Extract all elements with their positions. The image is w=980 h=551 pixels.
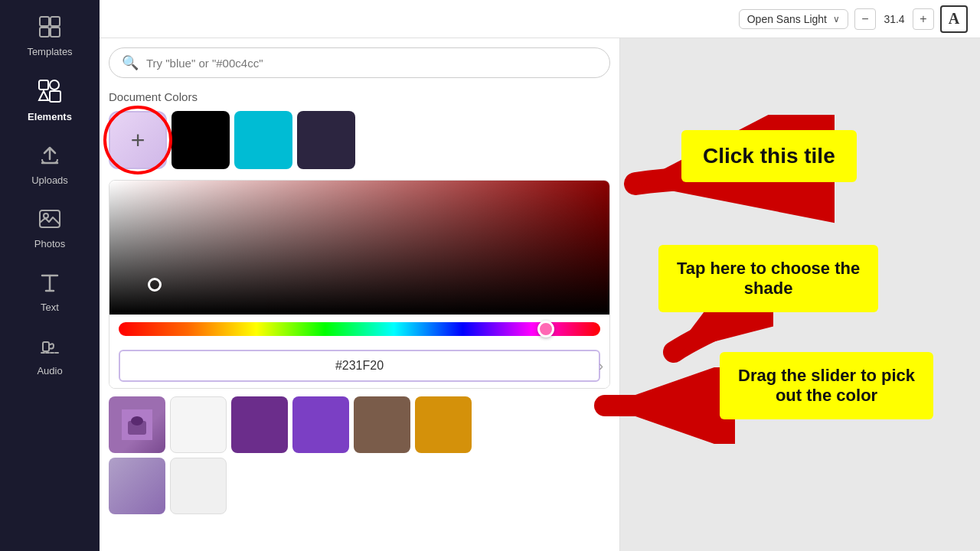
main-area: Open Sans Light ∨ − 31.4 + A 🔍 Document … (100, 0, 980, 551)
color-tile-black[interactable] (172, 111, 230, 169)
elements-icon (38, 79, 62, 106)
svg-rect-3 (51, 28, 60, 37)
sidebar-item-elements[interactable]: Elements (4, 70, 96, 132)
svg-rect-0 (40, 17, 49, 26)
svg-rect-8 (40, 210, 60, 227)
color-picker-container: › (109, 180, 610, 389)
callout-drag-slider: Drag the slider to pickout the color (720, 352, 933, 419)
font-selector[interactable]: Open Sans Light ∨ (739, 9, 848, 29)
swatch-brown[interactable] (354, 396, 410, 453)
font-dropdown-icon[interactable]: ∨ (833, 14, 840, 24)
templates-icon (38, 15, 61, 41)
svg-point-13 (131, 416, 143, 425)
top-toolbar: Open Sans Light ∨ − 31.4 + A (100, 0, 980, 38)
hex-input-row: › (109, 344, 609, 388)
hue-slider[interactable] (119, 322, 600, 336)
photos-icon (38, 207, 61, 233)
sidebar-item-templates-label: Templates (27, 46, 72, 57)
svg-marker-6 (39, 91, 48, 100)
annotations-overlay: Click this tile Tap here to choose thesh… (620, 38, 980, 551)
add-color-tile-wrapper: + (109, 111, 167, 169)
font-size-control: − 31.4 + (854, 8, 934, 30)
swatch-white-2[interactable] (170, 458, 227, 514)
swatch-orange[interactable] (415, 396, 472, 453)
document-colors-title: Document Colors (109, 90, 610, 103)
callout-click-tile: Click this tile (681, 130, 857, 182)
swatch-purple-image[interactable] (109, 396, 165, 453)
font-size-decrease-button[interactable]: − (854, 8, 876, 30)
hue-slider-handle[interactable] (537, 321, 554, 337)
sidebar-item-audio[interactable]: Audio (4, 325, 96, 386)
add-color-plus-icon: + (131, 126, 145, 155)
canvas-area: Click this tile Tap here to choose thesh… (620, 38, 980, 551)
svg-rect-7 (50, 91, 60, 102)
content-area: 🔍 Document Colors + (100, 38, 980, 551)
color-picker-panel: 🔍 Document Colors + (100, 38, 620, 551)
font-size-increase-button[interactable]: + (913, 8, 934, 30)
expand-picker-icon[interactable]: › (599, 358, 603, 374)
swatch-bright-purple[interactable] (292, 396, 349, 453)
font-name-label: Open Sans Light (747, 13, 827, 25)
sidebar-item-uploads-label: Uploads (31, 174, 68, 186)
swatch-partial[interactable] (109, 458, 165, 514)
sidebar-item-uploads[interactable]: Uploads (4, 135, 96, 195)
color-search-bar[interactable]: 🔍 (109, 47, 610, 78)
search-icon: 🔍 (122, 54, 139, 71)
color-search-input[interactable] (146, 57, 597, 70)
swatch-dark-purple[interactable] (231, 396, 288, 453)
swatch-white[interactable] (170, 396, 227, 453)
svg-rect-2 (40, 28, 49, 37)
sidebar-item-photos[interactable]: Photos (4, 198, 96, 259)
color-tile-dark-purple[interactable] (297, 111, 355, 169)
svg-rect-1 (51, 17, 60, 26)
gradient-picker-handle[interactable] (148, 278, 162, 292)
color-tiles-row: + (109, 111, 610, 169)
hue-slider-row (109, 315, 609, 344)
uploads-icon (38, 144, 61, 170)
swatches-row-2 (109, 458, 610, 514)
sidebar-item-elements-label: Elements (28, 111, 72, 122)
text-bold-button[interactable]: A (940, 5, 968, 33)
text-icon (38, 271, 61, 297)
hex-color-input[interactable] (119, 350, 600, 382)
svg-point-5 (50, 80, 59, 90)
add-color-tile[interactable]: + (109, 111, 167, 169)
svg-point-9 (44, 214, 48, 218)
svg-rect-10 (43, 342, 49, 351)
sidebar-item-templates[interactable]: Templates (4, 6, 96, 67)
sidebar-item-text-label: Text (41, 302, 59, 313)
sidebar-item-text[interactable]: Text (4, 262, 96, 322)
color-tile-cyan[interactable] (234, 111, 292, 169)
audio-icon (38, 334, 61, 360)
swatches-row (109, 396, 610, 453)
sidebar: Templates Elements Uploads (0, 0, 100, 551)
font-size-value: 31.4 (880, 13, 908, 25)
sidebar-item-photos-label: Photos (34, 238, 65, 249)
sidebar-item-audio-label: Audio (37, 365, 62, 377)
svg-rect-4 (39, 80, 48, 90)
color-gradient-picker[interactable] (109, 181, 609, 315)
callout-tap-shade: Tap here to choose theshade (658, 245, 878, 312)
